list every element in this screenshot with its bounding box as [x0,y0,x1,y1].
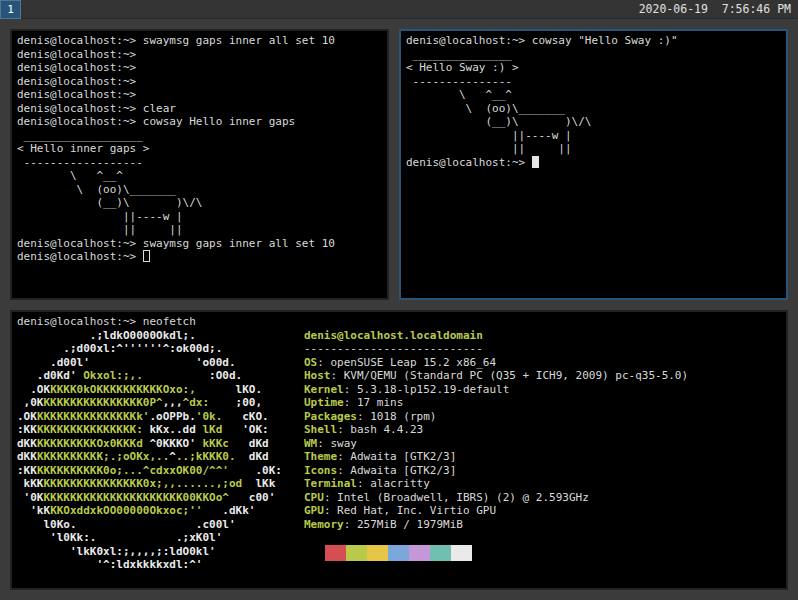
terminal-window-bottom[interactable]: denis@localhost:~> neofetch .;ldkO0000Ok… [10,310,788,590]
info-entry: Kernel: 5.3.18-lp152.19-default [304,383,688,397]
terminal-output: denis@localhost:~> cowsay "Hello Sway :)… [401,31,786,172]
palette-swatch [409,545,430,561]
info-label: Shell [304,423,337,436]
terminal-line: \ ^__^ [406,88,781,102]
info-label: GPU [304,504,324,517]
info-entry: Terminal: alacritty [304,477,688,491]
terminal-line: denis@localhost:~> swaymsg gaps inner al… [17,34,382,48]
info-entry: Memory: 257MiB / 1979MiB [304,518,688,532]
sway-desktop: { "bar": { "workspace_label": "1", "cloc… [0,0,798,600]
info-entry: WM: sway [304,437,688,451]
info-label: Packages [304,410,357,423]
terminal-line: || || [406,142,781,156]
terminal-line: denis@localhost:~> clear [17,102,382,116]
terminal-line: denis@localhost:~> [17,75,382,89]
terminal-line: < Hello inner gaps > [17,142,382,156]
terminal-line: --------------- [406,75,781,89]
terminal-window-top-right[interactable]: denis@localhost:~> cowsay "Hello Sway :)… [399,29,788,300]
info-entry: OS: openSUSE Leap 15.2 x86_64 [304,356,688,370]
palette-swatch [325,545,346,561]
info-label: Theme [304,450,337,463]
terminal-line: ||----w | [406,129,781,143]
terminal-line: __________________ [17,129,382,143]
workspace-button-1[interactable]: 1 [0,0,21,19]
info-label: Memory [304,518,344,531]
info-label: OS [304,356,317,369]
clock: 2020-06-19 7:56:46 PM [639,0,791,19]
palette-swatch [388,545,409,561]
terminal-line: denis@localhost:~> cowsay Hello inner ga… [17,115,382,129]
terminal-line: denis@localhost:~> swaymsg gaps inner al… [17,237,382,251]
info-label: Uptime [304,396,344,409]
terminal-line: denis@localhost:~> [406,156,781,170]
info-entry: Icons: Adwaita [GTK2/3] [304,464,688,478]
info-entry: GPU: Red Hat, Inc. Virtio GPU [304,504,688,518]
terminal-window-top-left[interactable]: denis@localhost:~> swaymsg gaps inner al… [10,29,389,300]
terminal-line: denis@localhost:~> [17,88,382,102]
terminal-cursor [143,250,150,262]
info-label: Host [304,369,331,382]
terminal-line: \ (oo)\_______ [17,183,382,197]
terminal-line: denis@localhost:~> [17,48,382,62]
info-entry: Uptime: 17 mins [304,396,688,410]
palette-swatch [346,545,367,561]
terminal-line: denis@localhost:~> neofetch [17,315,781,329]
palette-swatch [451,545,472,561]
terminal-line: ------------------ [17,156,382,170]
info-entry: Theme: Adwaita [GTK2/3] [304,450,688,464]
info-label: CPU [304,491,324,504]
terminal-line: ||----w | [17,210,382,224]
terminal-output: denis@localhost:~> swaymsg gaps inner al… [12,31,387,267]
info-label: Terminal [304,477,357,490]
terminal-cursor [532,156,539,168]
terminal-line: denis@localhost:~> cowsay "Hello Sway :)… [406,34,781,48]
info-label: Icons [304,464,337,477]
info-entry: Host: KVM/QEMU (Standard PC (Q35 + ICH9,… [304,369,688,383]
terminal-line: < Hello Sway :) > [406,61,781,75]
terminal-line: denis@localhost:~> [17,250,382,264]
info-label: Kernel [304,383,344,396]
terminal-line: || || [17,223,382,237]
info-entry: Packages: 1018 (rpm) [304,410,688,424]
status-bar: 1 2020-06-19 7:56:46 PM [0,0,798,19]
palette-swatch [367,545,388,561]
palette-swatch [304,545,325,561]
palette-swatch [430,545,451,561]
neofetch-info: denis@localhost.localdomain-------------… [304,329,688,561]
terminal-line: (__)\ )\/\ [406,115,781,129]
info-entry: Shell: bash 4.4.23 [304,423,688,437]
info-label: WM [304,437,317,450]
neofetch-title: denis@localhost.localdomain [304,329,688,343]
terminal-line: \ ^__^ [17,169,382,183]
terminal-line: denis@localhost:~> [17,61,382,75]
terminal-color-palette [304,545,688,561]
info-entry: CPU: Intel (Broadwell, IBRS) (2) @ 2.593… [304,491,688,505]
terminal-line: \ (oo)\_______ [406,102,781,116]
terminal-line: _______________ [406,48,781,62]
neofetch-separator: --------------------------- [304,342,688,356]
terminal-line: (__)\ )\/\ [17,196,382,210]
